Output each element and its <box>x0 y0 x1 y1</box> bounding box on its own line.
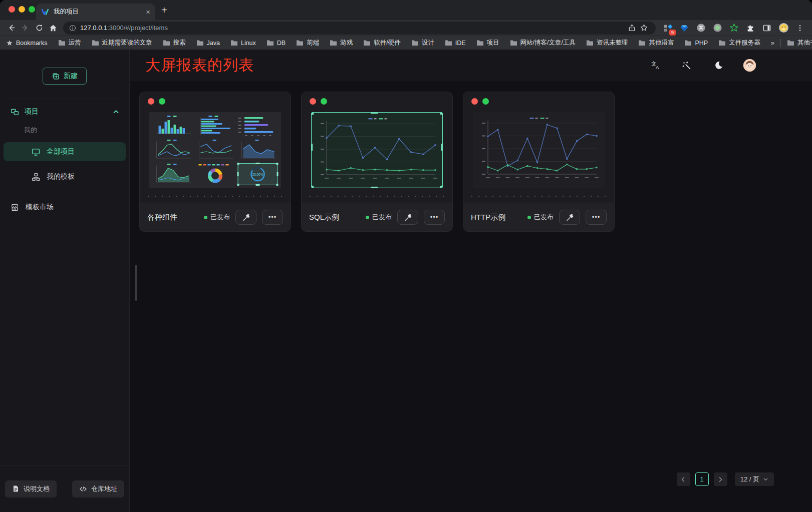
project-card[interactable]: SQL示例 已发布 ••• <box>301 92 453 232</box>
bookmark-folder[interactable]: 软件/硬件 <box>363 39 400 47</box>
thumb-line-chart <box>194 139 236 162</box>
edit-project-button[interactable] <box>559 210 580 225</box>
chevron-up-icon <box>113 109 119 115</box>
card-dot-green <box>482 98 489 105</box>
bookmark-folder[interactable]: Java <box>196 40 220 47</box>
more-actions-button[interactable]: ••• <box>262 210 283 225</box>
sidebar-item-template-market[interactable]: 模板市场 <box>4 198 126 217</box>
thumbnail-dotted-divider <box>310 196 444 197</box>
home-button[interactable] <box>46 22 60 35</box>
hammer-icon <box>404 213 412 222</box>
address-bar[interactable]: 127.0.0.1:3000/#/project/items <box>63 22 656 35</box>
bookmark-folder[interactable]: 搜索 <box>163 39 186 47</box>
bookmark-folder[interactable]: 游戏 <box>330 39 353 47</box>
sidebar-section-projects[interactable]: 项目 <box>0 104 129 120</box>
thumb-gauge-chart: 25.00% <box>237 163 279 186</box>
project-card[interactable]: HTTP示例 已发布 ••• <box>463 92 615 232</box>
project-card[interactable]: 25.00% 各种组件 已发布 ••• <box>139 92 291 232</box>
bookmark-folder[interactable]: 近期需要读的文章 <box>92 39 152 47</box>
forward-button[interactable] <box>18 22 32 35</box>
close-window-button[interactable] <box>9 6 15 13</box>
new-project-icon <box>52 72 60 81</box>
bookmark-folder[interactable]: IDE <box>445 40 466 47</box>
folder-icon <box>330 40 337 46</box>
edit-project-button[interactable] <box>397 210 418 225</box>
sidebar-item-all-projects[interactable]: 全部项目 <box>4 142 126 161</box>
chrome-menu-icon[interactable] <box>794 22 806 34</box>
bookmark-folder[interactable]: 文件服务器 <box>718 39 760 47</box>
more-actions-button[interactable]: ••• <box>586 210 607 225</box>
bookmark-folder[interactable]: 前端 <box>296 39 319 47</box>
browser-toolbar: 127.0.0.1:3000/#/project/items 9 ⌘ <box>0 20 812 36</box>
sidebar-item-my-templates[interactable]: 我的模板 <box>4 167 126 186</box>
code-icon <box>79 485 87 493</box>
site-info-icon[interactable] <box>69 25 76 32</box>
repo-button[interactable]: 仓库地址 <box>72 480 124 497</box>
bookmark-item-bookmarks[interactable]: Bookmarks <box>6 40 48 47</box>
browser-window: 我的项目 × + 127.0.0.1:3000/#/project/items <box>0 0 812 512</box>
docs-button[interactable]: 说明文档 <box>5 480 57 497</box>
bookmark-folder[interactable]: 资讯未整理 <box>586 39 628 47</box>
bookmarks-bar: Bookmarks 运营 近期需要读的文章 搜索 Java Linux DB 前… <box>0 36 812 50</box>
user-avatar[interactable] <box>743 59 756 72</box>
thumb-line-chart <box>477 116 601 182</box>
main-area: 大屏报表的列表 文 A <box>130 50 812 512</box>
thumb-donut-chart <box>194 163 236 186</box>
status-badge: 已发布 <box>366 213 392 222</box>
tab-close-icon[interactable]: × <box>146 8 150 16</box>
bookmarks-divider <box>780 39 781 47</box>
projects-icon <box>10 107 20 117</box>
dark-mode-button[interactable] <box>712 59 725 72</box>
edit-project-button[interactable] <box>235 210 256 225</box>
bookmarks-overflow-button[interactable]: » <box>771 39 774 47</box>
bookmark-folder[interactable]: Linux <box>230 40 256 47</box>
bookmark-folder[interactable]: 运营 <box>58 39 81 47</box>
home-icon <box>50 25 57 31</box>
page-size-select[interactable]: 12 / 页 <box>735 472 774 486</box>
bookmark-folder[interactable]: 网站/博客/文章/工具 <box>510 39 576 47</box>
new-project-button[interactable]: 新建 <box>43 68 87 85</box>
profile-avatar-icon[interactable] <box>777 22 789 34</box>
status-dot <box>527 216 531 219</box>
other-bookmarks-button[interactable]: 其他书签 <box>787 39 812 47</box>
side-panel-icon[interactable] <box>761 22 773 34</box>
card-dot-red <box>471 98 478 105</box>
folder-icon <box>445 40 452 46</box>
chevron-down-icon <box>763 476 768 482</box>
next-page-button[interactable] <box>714 472 727 486</box>
thumb-capsule-chart <box>237 115 279 138</box>
bookmark-star-button[interactable] <box>638 22 650 34</box>
prev-page-button[interactable] <box>677 472 690 486</box>
zoom-window-button[interactable] <box>29 6 35 13</box>
back-button[interactable] <box>4 22 18 35</box>
more-actions-button[interactable]: ••• <box>424 210 445 225</box>
language-button[interactable]: 文 A <box>649 59 662 72</box>
monitor-icon <box>31 147 41 157</box>
project-name: HTTP示例 <box>471 213 505 222</box>
bookmark-folder[interactable]: 设计 <box>411 39 434 47</box>
hammer-icon <box>242 213 250 222</box>
minimize-window-button[interactable] <box>19 6 25 13</box>
extensions-puzzle-icon[interactable] <box>744 22 756 34</box>
extension-record-icon[interactable] <box>711 22 723 34</box>
extension-grid-share-icon[interactable]: 9 <box>662 22 674 34</box>
extension-gem-icon[interactable] <box>678 22 690 34</box>
sidebar: 新建 项目 我的 全部项目 <box>0 50 130 512</box>
browser-tab[interactable]: 我的项目 × <box>36 4 155 20</box>
reload-button[interactable] <box>32 22 46 35</box>
extension-command-icon[interactable]: ⌘ <box>695 22 707 34</box>
theme-color-button[interactable] <box>680 59 693 72</box>
share-button[interactable] <box>626 22 638 34</box>
scrollbar-thumb[interactable] <box>135 265 137 301</box>
selection-handle <box>440 186 443 188</box>
extension-green-star-icon[interactable] <box>728 22 740 34</box>
page-number-button[interactable]: 1 <box>695 472 709 486</box>
bookmark-folder[interactable]: 其他语言 <box>638 39 674 47</box>
goview-favicon <box>41 8 49 16</box>
bookmark-folder[interactable]: DB <box>266 40 286 47</box>
folder-icon <box>638 40 646 46</box>
bookmark-folder[interactable]: 项目 <box>476 39 499 47</box>
thumbnail-dotted-divider <box>148 196 283 197</box>
bookmark-folder[interactable]: PHP <box>684 40 708 47</box>
new-tab-button[interactable]: + <box>161 5 167 16</box>
